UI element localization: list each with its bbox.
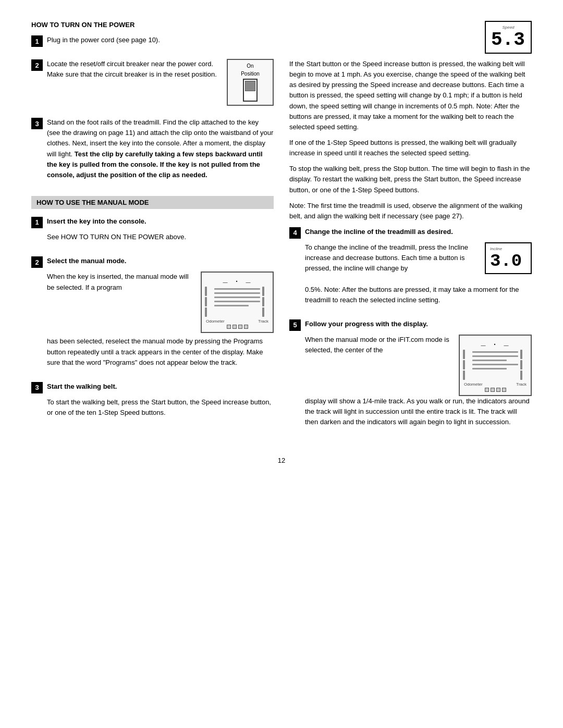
v-line-23 xyxy=(463,371,465,380)
step-3-power-text: Stand on the foot rails of the treadmill… xyxy=(47,117,274,180)
step-5: 5 Follow your progress with the display.… xyxy=(289,319,532,433)
step-1-power-text: Plug in the power cord (see page 10). xyxy=(47,35,274,45)
step-4-text-before: To change the incline of the treadmill, … xyxy=(305,242,479,274)
switch-position-label: Position xyxy=(233,71,267,77)
console-diagram-2: _ . _ xyxy=(459,335,532,396)
step-5-text-after: display will show a 1/4-mile track. As y… xyxy=(305,396,532,427)
step-3-power-number: 3 xyxy=(31,118,43,129)
right-para-3: To stop the walking belt, press the Stop… xyxy=(289,164,532,195)
step-4-title: Change the incline of the treadmill as d… xyxy=(305,227,532,237)
v-line-r2 xyxy=(262,297,264,306)
dot-3 xyxy=(238,325,242,329)
step-1-manual-number: 1 xyxy=(31,217,43,228)
switch-diagram: On Position xyxy=(227,59,274,106)
v-line-3 xyxy=(205,307,207,317)
dot-2 xyxy=(232,325,237,329)
page-number: 12 xyxy=(31,456,532,464)
step-1-power: 1 Plug in the power cord (see page 10). xyxy=(31,35,274,51)
switch-nub xyxy=(245,81,255,91)
v-line-r1 xyxy=(262,287,264,296)
step-3-manual-text: To start the walking belt, press the Sta… xyxy=(47,397,274,418)
console-center-dashes-2 xyxy=(472,350,518,380)
track-label-2: Track xyxy=(516,382,527,387)
track-label-1: Track xyxy=(258,319,268,324)
h-dash-4 xyxy=(214,301,260,302)
step-2-manual-text-before: When the key is inserted, the manual mod… xyxy=(47,272,195,292)
step-2-manual-title: Select the manual mode. xyxy=(47,256,274,266)
step-2-manual: 2 Select the manual mode. When the key i… xyxy=(31,256,274,373)
step-3-manual-number: 3 xyxy=(31,382,43,393)
step-1-power-number: 1 xyxy=(31,35,43,47)
console-bottom-dots-2 xyxy=(463,388,528,392)
console-right-bars-2 xyxy=(520,350,528,380)
step-1-power-content: Plug in the power cord (see page 10). xyxy=(47,35,274,51)
h-dash-23 xyxy=(472,360,507,361)
h-dash-25 xyxy=(472,368,507,369)
v-line-r22 xyxy=(520,360,522,369)
console-mid-section xyxy=(205,287,270,317)
h-dash-21 xyxy=(472,351,518,353)
step-3-power: 3 Stand on the foot rails of the treadmi… xyxy=(31,117,274,186)
right-column: Speed 5.3 If the Start button or the Spe… xyxy=(289,21,532,441)
dot-22 xyxy=(491,388,495,392)
odometer-label-2: Odometer xyxy=(464,382,483,387)
incline-display: Incline 3.0 xyxy=(485,242,532,274)
odometer-label-1: Odometer xyxy=(206,319,225,324)
console-mid-section-2 xyxy=(463,350,528,380)
section-manual: HOW TO USE THE MANUAL MODE 1 Insert the … xyxy=(31,196,274,423)
step-2-power-text: Locate the reset/off circuit breaker nea… xyxy=(47,59,221,80)
console-label-row-2: Odometer Track xyxy=(463,382,528,387)
h-dash-24 xyxy=(472,364,518,365)
console-center-dashes xyxy=(214,287,260,317)
step-1-manual: 1 Insert the key into the console. See H… xyxy=(31,216,274,248)
v-line-22 xyxy=(463,360,465,369)
incline-label: Incline xyxy=(490,246,527,251)
console-left-bars-2 xyxy=(463,350,470,380)
step-3-power-content: Stand on the foot rails of the treadmill… xyxy=(47,117,274,186)
follow-step-layout: When the manual mode or the iFIT.com mod… xyxy=(305,335,532,396)
console-diagram-1: _ . _ xyxy=(201,272,274,333)
console-seg-display-top-2: _ . _ xyxy=(463,339,528,348)
right-para-2: If one of the 1-Step Speed buttons is pr… xyxy=(289,138,532,158)
speed-value: 5.3 xyxy=(491,29,525,51)
v-line-1 xyxy=(205,287,207,296)
step-2-power-number: 2 xyxy=(31,59,43,71)
step-2-power: 2 Locate the reset/off circuit breaker n… xyxy=(31,59,274,109)
section-manual-heading: HOW TO USE THE MANUAL MODE xyxy=(31,196,274,209)
step-4-text-after: 0.5%. Note: After the buttons are presse… xyxy=(305,285,532,305)
h-dash-3 xyxy=(214,297,260,298)
step-5-content: Follow your progress with the display. W… xyxy=(305,319,532,433)
console-label-row-1: Odometer Track xyxy=(205,319,270,324)
h-dash-5 xyxy=(214,305,249,306)
section-power: HOW TO TURN ON THE POWER 1 Plug in the p… xyxy=(31,21,274,186)
h-dash-22 xyxy=(472,355,518,357)
console-seg-display-top: _ . _ xyxy=(205,276,270,285)
h-dash-2 xyxy=(214,292,260,294)
step-3-manual: 3 Start the walking belt. To start the w… xyxy=(31,381,274,423)
step-4: 4 Change the incline of the treadmill as… xyxy=(289,227,532,311)
h-dash-1 xyxy=(214,288,260,290)
incline-step-layout: To change the incline of the treadmill, … xyxy=(305,242,532,279)
console-left-bars xyxy=(205,287,212,317)
step-5-title: Follow your progress with the display. xyxy=(305,319,532,329)
step-2-power-content: Locate the reset/off circuit breaker nea… xyxy=(47,59,274,109)
step-2-manual-number: 2 xyxy=(31,256,43,268)
incline-value: 3.0 xyxy=(490,251,522,271)
right-para-4: Note: The first time the treadmill is us… xyxy=(289,201,532,221)
step-2-manual-text-after: has been selected, reselect the manual m… xyxy=(47,336,274,367)
switch-on-label: On xyxy=(233,63,267,69)
v-line-2 xyxy=(205,297,207,306)
console-right-bars xyxy=(262,287,270,317)
speed-display: Speed 5.3 xyxy=(485,21,532,54)
step-1-manual-text: See HOW TO TURN ON THE POWER above. xyxy=(47,232,274,242)
step-3-manual-content: Start the walking belt. To start the wal… xyxy=(47,381,274,423)
step-4-content: Change the incline of the treadmill as d… xyxy=(305,227,532,311)
step-4-number: 4 xyxy=(289,227,301,239)
v-line-r3 xyxy=(262,307,264,317)
step-1-manual-title: Insert the key into the console. xyxy=(47,216,274,227)
step-2-manual-content: Select the manual mode. When the key is … xyxy=(47,256,274,373)
console-bottom-dots-1 xyxy=(205,325,270,329)
v-line-21 xyxy=(463,350,465,359)
v-line-r23 xyxy=(520,371,522,380)
step-5-text-before: When the manual mode or the iFIT.com mod… xyxy=(305,335,452,355)
